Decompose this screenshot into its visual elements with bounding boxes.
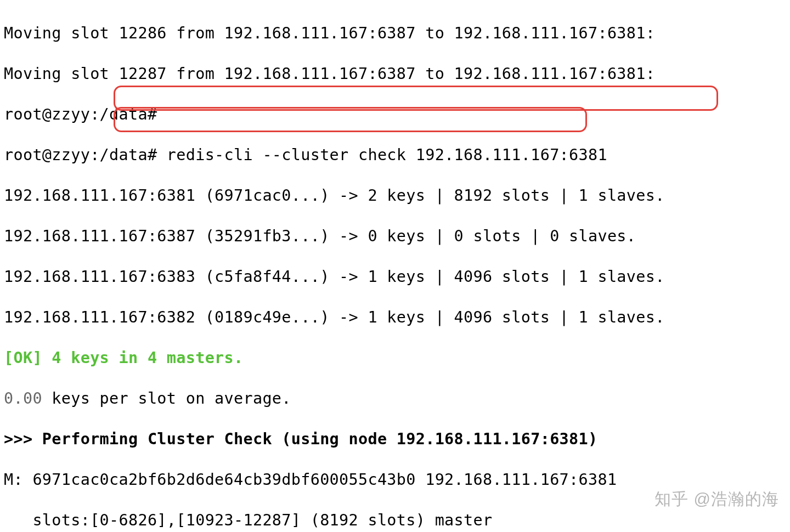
shell-prompt: root@zzyy:/data# (4, 104, 786, 124)
avg-label: keys per slot on average. (42, 389, 291, 408)
slots-line: slots:[0-6826],[10923-12287] (8192 slots… (4, 510, 786, 530)
terminal-output[interactable]: Moving slot 12286 from 192.168.111.167:6… (0, 0, 790, 532)
watermark-text: 知乎 @浩瀚的海 (654, 489, 779, 509)
master-node-line: M: 6971cac0ca2bf6b2d6de64cb39dbf600055c4… (4, 469, 786, 490)
output-line: Moving slot 12286 from 192.168.111.167:6… (4, 23, 786, 43)
cluster-node-line: 192.168.111.167:6382 (0189c49e...) -> 1 … (4, 307, 786, 327)
cluster-node-line: 192.168.111.167:6383 (c5fa8f44...) -> 1 … (4, 267, 786, 287)
avg-value: 0.00 (4, 389, 42, 408)
ok-status-line: [OK] 4 keys in 4 masters. (4, 348, 786, 368)
cluster-node-line: 192.168.111.167:6387 (35291fb3...) -> 0 … (4, 226, 786, 246)
output-line: Moving slot 12287 from 192.168.111.167:6… (4, 64, 786, 84)
output-line: 0.00 keys per slot on average. (4, 388, 786, 409)
cluster-check-header: >>> Performing Cluster Check (using node… (4, 429, 786, 449)
cluster-node-line: 192.168.111.167:6381 (6971cac0...) -> 2 … (4, 185, 786, 206)
shell-command: root@zzyy:/data# redis-cli --cluster che… (4, 145, 786, 165)
